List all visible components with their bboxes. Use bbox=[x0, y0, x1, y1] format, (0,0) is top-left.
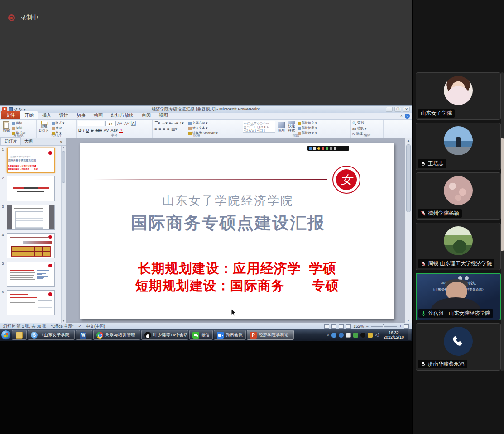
arrange-button[interactable]: 排列 bbox=[277, 121, 286, 133]
font-size-combobox[interactable]: 14 bbox=[105, 121, 116, 126]
text-direction-button[interactable]: 文字方向 ▾ bbox=[188, 121, 218, 125]
taskbar-item-word[interactable]: W bbox=[76, 330, 92, 340]
save-icon[interactable] bbox=[9, 107, 13, 111]
sidebar-scrollbar[interactable] bbox=[501, 72, 504, 371]
zoom-out-icon[interactable]: − bbox=[366, 324, 368, 329]
recording-indicator[interactable]: 录制中 bbox=[8, 14, 38, 22]
shadow-button[interactable]: abc bbox=[95, 128, 103, 133]
slide-canvas[interactable]: 女 山东女子学院经济学院 国际商务专硕点建设汇报 长期规划建设：应用经济学 学硕… bbox=[80, 143, 394, 319]
replace-button[interactable]: ab替换 ▾ bbox=[352, 126, 366, 131]
slide-thumbnail-6[interactable] bbox=[7, 290, 55, 315]
vertical-scrollbar[interactable]: ▲ ⌃ ⌄ bbox=[405, 138, 412, 323]
quick-styles-button[interactable]: 快速样式 bbox=[287, 121, 296, 133]
slide-plan-line1[interactable]: 长期规划建设：应用经济学 学硕 bbox=[80, 260, 394, 278]
language-status[interactable]: 中文(中国) bbox=[86, 324, 105, 329]
cloud-tray-icon[interactable] bbox=[331, 333, 336, 338]
tab-transitions[interactable]: 切换 bbox=[72, 111, 90, 119]
reset-button[interactable]: 重设 bbox=[52, 126, 65, 130]
ime-toolbar[interactable] bbox=[307, 146, 349, 151]
slide-thumbnail-3[interactable] bbox=[7, 205, 55, 230]
layout-button[interactable]: 版式 ▾ bbox=[52, 121, 65, 125]
shape-fill-button[interactable]: 形状填充 ▾ bbox=[298, 121, 317, 125]
participant-tile-5-active-speaker[interactable]: 2022年…学术月系列论坛 《山东省全方位…经济合作专题论坛》 沈传河 - 山东… bbox=[416, 273, 501, 320]
scroll-up-icon[interactable]: ▲ bbox=[405, 139, 412, 142]
volume-icon[interactable]: ◁) bbox=[375, 333, 379, 337]
align-text-button[interactable]: 对齐文本 ▾ bbox=[188, 126, 218, 130]
line-spacing-icon[interactable]: ↕▾ bbox=[179, 121, 184, 125]
start-button[interactable] bbox=[1, 330, 11, 340]
change-case-icon[interactable]: Aa▾ bbox=[110, 128, 118, 133]
columns-icon[interactable]: ▥▾ bbox=[171, 127, 178, 131]
tab-design[interactable]: 设计 bbox=[55, 111, 72, 119]
participant-tile-1[interactable]: 山东女子学院 bbox=[416, 72, 501, 120]
taskbar-item-powerpoint[interactable]: P 经济学院学科论… bbox=[247, 330, 294, 340]
collapse-ribbon-icon[interactable]: ˄ bbox=[400, 114, 403, 119]
strikethrough-button[interactable]: S bbox=[91, 128, 94, 133]
justify-icon[interactable]: ≡ bbox=[167, 127, 170, 131]
shapes-gallery[interactable]: ▭◯△▽◇⬠☆⇨◻◠⌒〉❏⊙✦⇦◦❍⋀⋁⌇✧❑⇧ bbox=[243, 121, 275, 133]
flag-tray-icon[interactable] bbox=[368, 333, 373, 338]
tab-insert[interactable]: 插入 bbox=[38, 111, 55, 119]
zoom-slider[interactable] bbox=[371, 326, 397, 327]
slide-thumbnail-1[interactable]: 山东女子学院经济学院 国际商务专硕点建设汇报 长期规划建设：应用经济学 学硕 短… bbox=[7, 148, 55, 173]
slide-thumbnail-4[interactable] bbox=[7, 233, 55, 258]
taskbar-item-tencent-meeting[interactable]: 腾讯会议 bbox=[214, 330, 246, 340]
taskbar-item-qq[interactable]: 叶少键等14个会话 bbox=[141, 330, 188, 340]
participant-tile-2[interactable]: 王培志 bbox=[416, 123, 501, 170]
participant-tile-3[interactable]: 德州学院杨颖 bbox=[416, 172, 501, 220]
next-slide-icon[interactable]: ⌄ bbox=[407, 318, 410, 321]
tab-file[interactable]: 文件 bbox=[1, 111, 20, 119]
numbering-icon[interactable]: ≣▾ bbox=[162, 121, 168, 125]
show-desktop-button[interactable] bbox=[408, 329, 411, 340]
tab-view[interactable]: 视图 bbox=[155, 111, 172, 119]
taskbar-explorer-button[interactable] bbox=[12, 330, 27, 340]
tray-clock[interactable]: 16:32 2022/12/10 bbox=[382, 330, 406, 339]
character-spacing-icon[interactable]: AV bbox=[103, 128, 109, 133]
green-app-tray-icon[interactable] bbox=[353, 333, 358, 338]
minimize-button[interactable]: — bbox=[386, 107, 393, 112]
font-color-button[interactable]: A bbox=[119, 128, 123, 133]
help-icon[interactable]: ? bbox=[405, 114, 410, 119]
find-button[interactable]: 🔍查找 bbox=[352, 121, 366, 125]
spellcheck-icon[interactable]: ✓ bbox=[78, 324, 82, 329]
participant-tile-4[interactable]: 周锐 山东理工大学经济学院 bbox=[416, 223, 501, 270]
network-tray-icon[interactable] bbox=[339, 333, 344, 338]
align-left-icon[interactable]: ≡ bbox=[154, 127, 157, 131]
increase-indent-icon[interactable]: ⇥ bbox=[174, 121, 178, 125]
tab-review[interactable]: 审阅 bbox=[138, 111, 155, 119]
participant-tile-6[interactable]: 济南华峻蔡永鸿 bbox=[416, 323, 501, 371]
taskbar-item-chrome[interactable]: 关系与培训管理… bbox=[93, 330, 140, 340]
tab-home[interactable]: 开始 bbox=[20, 111, 38, 119]
pane-tab-outline[interactable]: 大纲 bbox=[21, 138, 36, 145]
slide-plan-line2[interactable]: 短期规划建设：国际商务 专硕 bbox=[80, 277, 394, 295]
font-name-combobox[interactable] bbox=[78, 121, 104, 126]
cut-button[interactable]: 剪切 bbox=[12, 121, 25, 125]
underline-button[interactable]: U bbox=[86, 128, 90, 133]
previous-slide-icon[interactable]: ⌃ bbox=[407, 314, 410, 317]
tab-slideshow[interactable]: 幻灯片放映 bbox=[107, 111, 138, 119]
pane-scroll-up-icon[interactable]: ▲ bbox=[62, 146, 66, 149]
close-button[interactable]: ✕ bbox=[403, 107, 410, 112]
slide-org-text[interactable]: 山东女子学院经济学院 bbox=[80, 193, 376, 209]
reading-view-icon[interactable] bbox=[339, 324, 344, 329]
pane-scrollbar[interactable]: ▲ ▼ bbox=[61, 146, 66, 323]
decrease-indent-icon[interactable]: ⇤ bbox=[169, 121, 173, 125]
shape-outline-button[interactable]: 形状轮廓 ▾ bbox=[298, 126, 317, 130]
align-right-icon[interactable]: ≡ bbox=[163, 127, 166, 131]
undo-icon[interactable]: ↺ bbox=[14, 107, 18, 112]
copy-button[interactable]: 复制 bbox=[12, 126, 25, 130]
slideshow-view-icon[interactable] bbox=[346, 324, 351, 329]
italic-button[interactable]: I bbox=[83, 128, 85, 133]
zoom-in-icon[interactable]: + bbox=[399, 324, 402, 329]
pane-close-icon[interactable]: ✕ bbox=[57, 140, 66, 145]
clear-formatting-icon[interactable]: 🄰 bbox=[131, 121, 136, 126]
fit-to-window-icon[interactable] bbox=[404, 324, 409, 329]
pane-tab-slides[interactable]: 幻灯片 bbox=[0, 137, 21, 145]
slide-thumbnail-5[interactable] bbox=[7, 262, 55, 287]
paste-button[interactable]: 粘贴 bbox=[2, 121, 10, 133]
restore-button[interactable]: ❐ bbox=[394, 107, 401, 112]
app-tray-icon[interactable] bbox=[346, 333, 351, 338]
qq-tray-icon[interactable] bbox=[360, 333, 365, 338]
slide-sorter-view-icon[interactable] bbox=[331, 324, 336, 329]
taskbar-item-1[interactable]: S 《山东女子学院… bbox=[28, 330, 75, 340]
